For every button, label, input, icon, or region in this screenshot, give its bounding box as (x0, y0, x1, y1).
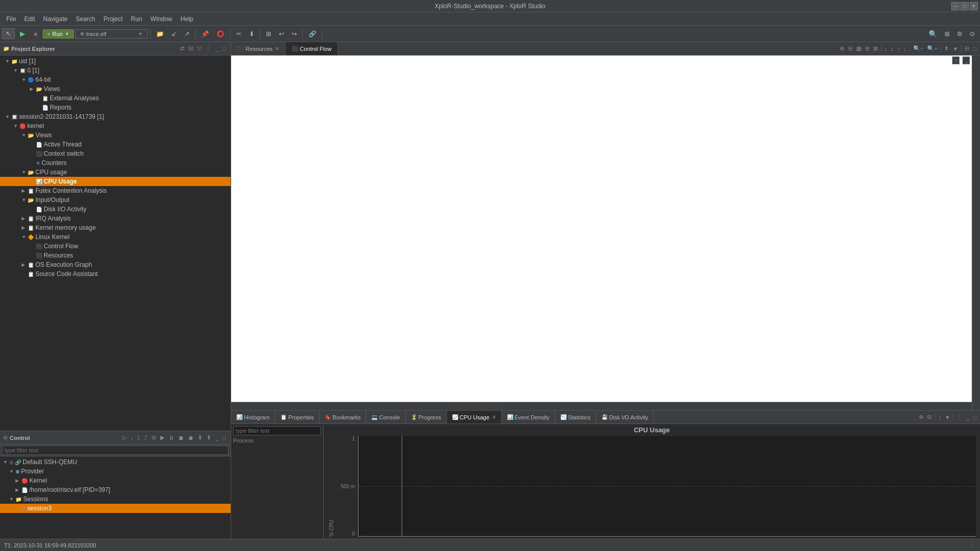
editor-tab-ctrl1[interactable]: ⊕ (838, 45, 846, 52)
menu-search[interactable]: Search (71, 14, 99, 24)
editor-tab-ctrl14[interactable]: ⊟ (963, 45, 971, 52)
control-item-default-ssh[interactable]: ▼ ⊙ 🔗 Default SSH-QEMU (0, 457, 231, 467)
tree-item-kernel[interactable]: ▼ 🔴 kernel (0, 121, 231, 131)
tree-item-context-switch[interactable]: ⬛ Context switch (0, 149, 231, 158)
toolbar-scissor-btn[interactable]: ✂ (233, 29, 244, 39)
editor-vscroll[interactable] (972, 56, 980, 410)
toolbar-layout-btn[interactable]: ⊞ (263, 29, 274, 39)
project-explorer-filter-btn[interactable]: ▽ (196, 45, 203, 52)
toolbar-right-btn3[interactable]: ⊙ (967, 29, 978, 39)
control-pause-btn[interactable]: ⏸ (167, 434, 176, 442)
project-explorer-collapse-btn[interactable]: ⊟ (187, 45, 195, 52)
status-settings-btn[interactable]: ⋮ (967, 541, 976, 549)
run-combo[interactable]: ● Run ▼ (43, 29, 74, 39)
minimize-button[interactable]: ─ (951, 2, 959, 10)
bottom-ctrl4[interactable]: ▼ (943, 414, 952, 421)
bottom-ctrl1[interactable]: ⊕ (917, 413, 925, 421)
bottom-tab-properties[interactable]: 📋 Properties (275, 411, 319, 424)
toolbar-pin-btn[interactable]: 📌 (198, 29, 212, 39)
editor-tab-ctrl6[interactable]: ↕ (883, 45, 889, 52)
toolbar-btn1[interactable]: 📁 (153, 29, 167, 39)
editor-tab-ctrl11[interactable]: 🔍+ (926, 45, 939, 52)
editor-tab-ctrl9[interactable]: ↓ (902, 45, 908, 52)
control-step-over-btn[interactable]: ⤵ (136, 434, 142, 442)
bottom-tab-histogram[interactable]: 📊 Histogram (231, 411, 275, 424)
control-play-btn[interactable]: ▶ (159, 434, 166, 442)
control-step-return-btn[interactable]: ⤴ (143, 434, 149, 442)
toolbar-btn3[interactable]: ↗ (181, 29, 193, 39)
toolbar-redo-btn[interactable]: ↪ (289, 29, 300, 39)
control-import-btn[interactable]: ⬇ (196, 434, 204, 442)
stop-red-button[interactable]: ■ (30, 29, 41, 39)
trace-combo[interactable]: ⊕ trace.elf ▼ (76, 29, 147, 39)
control-maximize-btn[interactable]: □ (221, 434, 228, 442)
tree-item-resources[interactable]: ⬛ Resources (0, 251, 231, 260)
control-item-riscv-elf[interactable]: ▶ 📄 /home/root/riscv.elf [PID=397] (0, 485, 231, 494)
control-item-kernel[interactable]: ▶ 🔴 Kernel (0, 476, 231, 485)
editor-tab-ctrl15[interactable]: □ (971, 45, 978, 52)
editor-tab-ctrl5[interactable]: ⊠ (872, 45, 879, 52)
control-filter-input[interactable] (2, 446, 229, 455)
editor-tab-control-flow[interactable]: ⬛ Control Flow (286, 42, 338, 55)
control-minimize-btn[interactable]: _ (214, 434, 220, 442)
editor-tab-ctrl4[interactable]: ⊞ (863, 45, 871, 52)
cursor-tool-button[interactable]: ↖ (2, 28, 15, 39)
tree-item-uid[interactable]: ▼ 📁 uid [1] (0, 57, 231, 66)
control-item-session3[interactable]: ⊙ session3 (0, 504, 231, 513)
menu-navigate[interactable]: Navigate (39, 14, 71, 24)
tree-item-input-output[interactable]: ▼ 📂 Input/Output (0, 195, 231, 205)
tree-item-0[interactable]: ▼ 🔲 0 [1] (0, 66, 231, 75)
editor-tab-resources[interactable]: ⬛ Resources ✕ (231, 42, 286, 55)
project-explorer-menu-btn[interactable]: ⋮ (204, 45, 213, 52)
toolbar-btn2[interactable]: ↙ (168, 29, 180, 39)
control-resume-btn[interactable]: ▷ (121, 434, 128, 442)
tree-item-session2[interactable]: ▼ 🔲 session2-20231031-141739 [1] (0, 112, 231, 121)
close-button[interactable]: ✕ (970, 2, 978, 10)
control-item-sessions[interactable]: ▼ 📁 Sessions (0, 494, 231, 504)
cpu-usage-tab-close-icon[interactable]: ✕ (492, 414, 496, 420)
tree-item-control-flow[interactable]: ⬛ Control Flow (0, 242, 231, 251)
bottom-minimize-btn[interactable]: _ (965, 414, 971, 421)
bottom-ctrl3[interactable]: ↕ (937, 414, 943, 421)
editor-tab-ctrl8[interactable]: ↑ (896, 45, 902, 52)
resources-tab-close-icon[interactable]: ✕ (275, 46, 279, 51)
menu-help[interactable]: Help (177, 14, 198, 24)
tree-item-os-exec-graph[interactable]: ▶ 📋 OS Execution Graph (0, 260, 231, 269)
tree-item-cpu-usage-group[interactable]: ▼ 📂 CPU usage (0, 168, 231, 177)
tree-item-irq[interactable]: ▶ 📋 IRQ Analysis (0, 214, 231, 223)
global-search-button[interactable]: 🔍 (926, 28, 940, 40)
bottom-tab-statistics[interactable]: 📉 Statistics (555, 411, 596, 424)
tree-item-views1[interactable]: ▶ 📂 Views (0, 84, 231, 94)
tree-item-reports[interactable]: 📄 Reports (0, 103, 231, 112)
tree-item-futex[interactable]: ▶ 📋 Futex Contention Analysis (0, 186, 231, 195)
run-green-button[interactable]: ▶ (16, 28, 29, 39)
restore-button[interactable]: □ (960, 2, 969, 10)
tree-item-cpu-usage[interactable]: 📊 CPU Usage (0, 177, 231, 186)
menu-project[interactable]: Project (99, 14, 126, 24)
project-explorer-minimize-btn[interactable]: _ (214, 45, 220, 52)
bottom-tab-console[interactable]: 💻 Console (366, 411, 405, 424)
editor-tab-ctrl10[interactable]: 🔍− (912, 45, 925, 52)
menu-file[interactable]: File (2, 14, 20, 24)
bottom-tab-progress[interactable]: ⏳ Progress (406, 411, 447, 424)
control-record-btn[interactable]: ⏺ (186, 434, 195, 442)
toolbar-nav-btn[interactable]: 🔗 (306, 29, 319, 39)
bottom-ctrl5[interactable]: ⋮ (955, 413, 964, 421)
editor-collapse-btn[interactable]: _ (963, 57, 970, 64)
tree-item-views2[interactable]: ▼ 📂 Views (0, 131, 231, 140)
toolbar-right-btn2[interactable]: ⚙ (954, 29, 966, 39)
bottom-tab-event-density[interactable]: 📊 Event Density (502, 411, 555, 424)
menu-window[interactable]: Window (146, 14, 177, 24)
control-item-provider[interactable]: ▼ ⊕ Provider (0, 467, 231, 476)
editor-tab-ctrl12[interactable]: ⬆ (943, 45, 950, 52)
tree-item-external-analyses[interactable]: 📋 External Analyses (0, 94, 231, 103)
control-stop-btn[interactable]: ⏹ (177, 434, 185, 442)
bottom-tab-bookmarks[interactable]: 🔖 Bookmarks (319, 411, 366, 424)
toolbar-right-btn1[interactable]: ⊞ (941, 29, 953, 39)
editor-tab-ctrl3[interactable]: ▦ (855, 45, 863, 52)
tree-item-disk-io[interactable]: 📄 Disk I/O Activity (0, 205, 231, 214)
editor-tab-ctrl2[interactable]: ⊟ (846, 45, 854, 52)
editor-tab-ctrl7[interactable]: ↕ (889, 45, 895, 52)
menu-run[interactable]: Run (127, 14, 146, 24)
tree-item-kernel-mem[interactable]: ▶ 📋 Kernel memory usage (0, 223, 231, 232)
